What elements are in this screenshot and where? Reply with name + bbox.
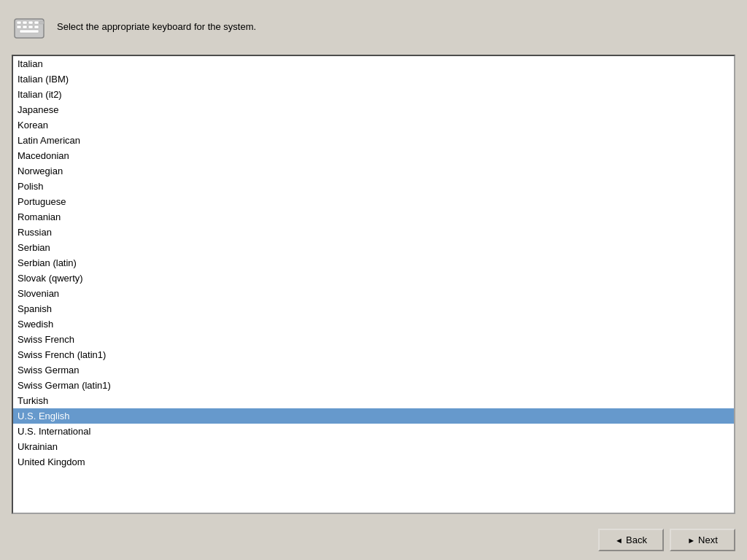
keyboard-icon xyxy=(12,9,47,46)
svg-rect-3 xyxy=(28,21,33,24)
keyboard-list-container: ItalianItalian (IBM)Italian (it2)Japanes… xyxy=(12,55,735,514)
list-item[interactable]: Ukrainian xyxy=(13,439,734,454)
list-item[interactable]: Turkish xyxy=(13,393,734,408)
list-item[interactable]: Italian (it2) xyxy=(13,87,734,102)
back-button[interactable]: ◄ Back xyxy=(598,529,664,551)
svg-rect-8 xyxy=(34,26,39,28)
list-item[interactable]: Slovak (qwerty) xyxy=(13,271,734,286)
list-item[interactable]: Swiss French xyxy=(13,332,734,347)
list-item[interactable]: Italian (IBM) xyxy=(13,71,734,87)
list-item[interactable]: Spanish xyxy=(13,301,734,316)
main-content: ItalianItalian (IBM)Italian (it2)Japanes… xyxy=(0,55,747,520)
header-description: Select the appropriate keyboard for the … xyxy=(57,20,256,34)
list-item[interactable]: Norwegian xyxy=(13,163,734,179)
list-item[interactable]: Russian xyxy=(13,225,734,240)
list-item[interactable]: Swiss French (latin1) xyxy=(13,347,734,362)
list-item[interactable]: Japanese xyxy=(13,102,734,117)
list-item[interactable]: Polish xyxy=(13,179,734,194)
svg-rect-4 xyxy=(34,21,39,24)
svg-rect-2 xyxy=(23,21,27,24)
list-item[interactable]: Korean xyxy=(13,117,734,133)
svg-rect-9 xyxy=(20,30,39,33)
keyboard-svg xyxy=(12,9,47,44)
list-item[interactable]: U.S. International xyxy=(13,424,734,439)
back-arrow-icon: ◄ xyxy=(615,536,623,545)
list-item[interactable]: U.S. English xyxy=(13,408,734,424)
list-item[interactable]: Serbian xyxy=(13,240,734,255)
keyboard-list[interactable]: ItalianItalian (IBM)Italian (it2)Japanes… xyxy=(13,56,734,513)
next-label: Next xyxy=(698,534,718,545)
back-label: Back xyxy=(626,534,647,545)
list-item[interactable]: Macedonian xyxy=(13,148,734,163)
footer: ◄ Back ► Next xyxy=(0,520,747,560)
list-item[interactable]: United Kingdom xyxy=(13,454,734,470)
list-item[interactable]: Swiss German (latin1) xyxy=(13,378,734,393)
list-item[interactable]: Swedish xyxy=(13,316,734,332)
svg-rect-5 xyxy=(17,26,21,28)
list-item[interactable]: Slovenian xyxy=(13,286,734,301)
svg-rect-1 xyxy=(17,21,21,24)
next-button[interactable]: ► Next xyxy=(670,529,735,551)
next-arrow-icon: ► xyxy=(687,536,695,545)
list-item[interactable]: Latin American xyxy=(13,133,734,148)
svg-rect-6 xyxy=(23,26,27,28)
header: Select the appropriate keyboard for the … xyxy=(0,0,747,55)
list-item[interactable]: Serbian (latin) xyxy=(13,255,734,271)
svg-rect-10 xyxy=(39,21,44,24)
list-item[interactable]: Swiss German xyxy=(13,362,734,378)
list-item[interactable]: Portuguese xyxy=(13,194,734,209)
svg-rect-7 xyxy=(28,26,33,28)
list-item[interactable]: Italian xyxy=(13,56,734,71)
list-item[interactable]: Romanian xyxy=(13,209,734,225)
